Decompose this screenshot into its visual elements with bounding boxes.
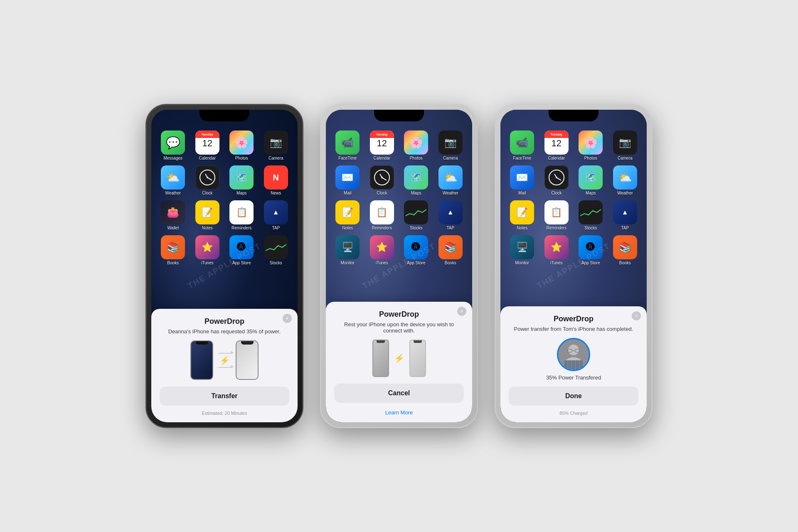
app3-facetime[interactable]: 📹 FaceTime	[507, 131, 538, 160]
tap-icon: ▲	[264, 200, 288, 224]
facetime-label-3: FaceTime	[513, 156, 531, 160]
app3-books[interactable]: 📚 Books	[610, 235, 641, 265]
app-maps[interactable]: 🗺️ Maps	[226, 165, 257, 195]
app-appstore[interactable]: 🅐 App Store	[226, 235, 257, 265]
modal-close-2[interactable]: ×	[457, 307, 466, 316]
app3-monitor[interactable]: 🖥️ Monitor	[507, 235, 538, 265]
notch-1	[200, 110, 249, 121]
svg-point-1	[568, 345, 579, 355]
app-calendar[interactable]: Tuesday 12 Calendar	[192, 131, 223, 160]
cancel-button[interactable]: Cancel	[334, 384, 464, 403]
app2-monitor[interactable]: 🖥️ Monitor	[332, 235, 363, 265]
appstore-label-3: App Store	[581, 261, 600, 265]
modal-close-3[interactable]: ×	[632, 311, 641, 320]
weather-label-3: Weather	[617, 191, 633, 195]
maps-icon-3: 🗺️	[579, 165, 603, 190]
app3-camera[interactable]: 📷 Camera	[610, 131, 641, 160]
calendar-label-3: Calendar	[548, 156, 565, 160]
app3-maps[interactable]: 🗺️ Maps	[575, 165, 606, 195]
app3-stocks[interactable]: Stocks	[575, 200, 606, 230]
app-wallet[interactable]: 👛 Wallet	[158, 200, 189, 230]
app2-photos[interactable]: 🌸 Photos	[401, 131, 432, 160]
source-phone-1	[190, 340, 213, 380]
app3-clock[interactable]: Clock	[541, 165, 572, 195]
app3-calendar[interactable]: Tuesday 12 Calendar	[541, 131, 572, 160]
app3-appstore[interactable]: 🅐 App Store	[575, 235, 606, 265]
app2-notes[interactable]: 📝 Notes	[332, 200, 363, 230]
app2-camera[interactable]: 📷 Camera	[435, 131, 466, 160]
tap-icon-3: ▲	[613, 200, 637, 224]
user-avatar	[557, 338, 590, 371]
app-clock[interactable]: Clock	[192, 165, 223, 195]
side-phone-notch-left	[377, 340, 385, 343]
app3-mail[interactable]: ✉️ Mail	[507, 165, 538, 195]
clock-dot-2	[381, 177, 383, 178]
messages-icon: 💬	[161, 131, 185, 155]
appstore-label: App Store	[232, 261, 251, 265]
camera-label-2: Camera	[443, 156, 458, 160]
app2-itunes[interactable]: ⭐ iTunes	[367, 235, 398, 265]
app-camera[interactable]: 📷 Camera	[261, 131, 292, 160]
camera-icon-2: 📷	[438, 131, 463, 155]
mail-icon-3: ✉️	[510, 165, 534, 190]
app2-weather[interactable]: ⛅ Weather	[435, 165, 466, 195]
app3-tap[interactable]: ▲ TAP	[610, 200, 641, 230]
app-books[interactable]: 📚 Books	[158, 235, 189, 265]
mail-label-3: Mail	[518, 191, 526, 195]
app2-facetime[interactable]: 📹 FaceTime	[332, 131, 363, 160]
camera-icon-3: 📷	[613, 131, 637, 155]
transfer-footnote: Estimated: 20 Minutes	[160, 411, 289, 416]
facetime-icon-2: 📹	[335, 131, 360, 155]
app2-calendar[interactable]: Tuesday 12 Calendar	[367, 131, 398, 160]
itunes-icon-3: ⭐	[544, 235, 569, 259]
powerdrop-modal-1: × PowerDrop Deanna's iPhone has requeste…	[151, 309, 298, 422]
lightning-icon-1: ⚡	[219, 355, 230, 365]
app-messages[interactable]: 💬 Messages	[158, 131, 189, 160]
stocks-icon	[264, 235, 288, 259]
calendar-label: Calendar	[199, 156, 216, 160]
mail-label-2: Mail	[344, 191, 351, 195]
clock-label-3: Clock	[551, 191, 562, 195]
clock-dot-3	[556, 177, 557, 178]
app3-itunes[interactable]: ⭐ iTunes	[541, 235, 572, 265]
phone-frame-1: THE APPLE POST 💬 Messages Tuesday 12 Cal…	[145, 104, 303, 428]
transfer-button[interactable]: Transfer	[160, 387, 289, 406]
app2-books[interactable]: 📚 Books	[435, 235, 466, 265]
app3-photos[interactable]: 🌸 Photos	[575, 131, 606, 160]
app-tap[interactable]: ▲ TAP	[261, 200, 292, 230]
modal-subtitle-1: Deanna's iPhone has requested 35% of pow…	[160, 328, 289, 335]
app-news[interactable]: N News	[261, 165, 292, 195]
notes-icon: 📝	[195, 200, 219, 224]
app-stocks[interactable]: Stocks	[261, 235, 292, 265]
learn-more-link[interactable]: Learn More	[334, 409, 464, 416]
powerdrop-modal-2: × PowerDrop Rest your iPhone upon the de…	[326, 302, 472, 422]
app2-appstore[interactable]: 🅐 App Store	[401, 235, 432, 265]
app2-tap[interactable]: ▲ TAP	[435, 200, 466, 230]
app2-clock[interactable]: Clock	[367, 165, 398, 195]
news-label: News	[271, 191, 281, 195]
modal-close-1[interactable]: ×	[283, 314, 292, 323]
notes-icon-3: 📝	[510, 200, 534, 224]
stocks-chart	[266, 242, 286, 253]
app-weather[interactable]: ⛅ Weather	[158, 165, 189, 195]
app3-notes[interactable]: 📝 Notes	[507, 200, 538, 230]
app2-reminders[interactable]: 📋 Reminders	[367, 200, 398, 230]
app2-stocks[interactable]: Stocks	[401, 200, 432, 230]
clock-icon-2	[370, 165, 394, 190]
app3-reminders[interactable]: 📋 Reminders	[541, 200, 572, 230]
done-button[interactable]: Done	[509, 387, 638, 406]
app-photos[interactable]: 🌸 Photos	[226, 131, 257, 160]
books-icon: 📚	[161, 235, 185, 259]
app-reminders[interactable]: 📋 Reminders	[226, 200, 257, 230]
itunes-icon: ⭐	[195, 235, 219, 259]
news-icon: N	[264, 165, 288, 190]
app-itunes[interactable]: ⭐ iTunes	[192, 235, 223, 265]
app2-maps[interactable]: 🗺️ Maps	[401, 165, 432, 195]
app-notes[interactable]: 📝 Notes	[192, 200, 223, 230]
weather-icon-3: ⛅	[613, 165, 637, 190]
app3-weather[interactable]: ⛅ Weather	[610, 165, 641, 195]
camera-label-3: Camera	[618, 156, 633, 160]
app2-mail[interactable]: ✉️ Mail	[332, 165, 363, 195]
side-phone-left	[372, 340, 389, 377]
transfer-area-2: ⚡	[334, 340, 464, 377]
